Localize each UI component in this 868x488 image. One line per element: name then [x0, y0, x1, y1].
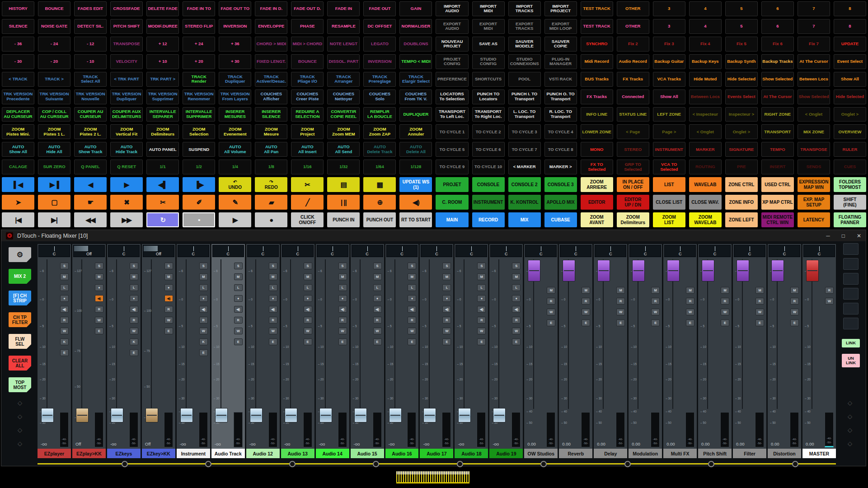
- grid-button-r9-c24[interactable]: RULER: [834, 142, 866, 157]
- pan-control[interactable]: Off: [73, 245, 105, 257]
- edit-button[interactable]: E: [477, 338, 486, 345]
- grid-button-r2-c4[interactable]: PITCH SHIFT: [110, 19, 143, 34]
- grid-button-r8-c8[interactable]: ZOOM Mesure: [255, 124, 287, 139]
- edit-button[interactable]: E: [130, 349, 138, 356]
- grid-button-r8-c13[interactable]: TO CYCLE 1: [436, 124, 468, 139]
- mute-button[interactable]: M: [442, 273, 451, 280]
- grid-button-r9-c11[interactable]: AUTO Delete Track: [363, 142, 396, 157]
- mute-button[interactable]: M: [199, 273, 208, 280]
- grid-button-r7-c14[interactable]: TRANSPORT To Right Loc.: [472, 107, 505, 122]
- grid-button-r6-c16[interactable]: PUNCH O. TO Transport: [544, 89, 577, 104]
- grid-button-r13-c23[interactable]: LATENCY: [798, 212, 830, 227]
- grid-button-r4-c23[interactable]: At The Cursor: [798, 54, 830, 69]
- grid-button-r8-c9[interactable]: ZOOM Project: [291, 124, 324, 139]
- fader-track[interactable]: [151, 259, 152, 409]
- grid-button-r4-c24[interactable]: Event Select: [834, 54, 866, 69]
- gear-icon[interactable]: ⚙: [9, 247, 31, 262]
- write-automation-button[interactable]: W: [164, 317, 173, 324]
- fader-track[interactable]: [672, 259, 673, 409]
- grid-button-r10-c19[interactable]: VCA TO Selected: [653, 160, 685, 174]
- grid-button-r6-c12[interactable]: COUCHES From TK V.: [399, 89, 432, 104]
- mute-button[interactable]: M: [477, 273, 486, 280]
- grid-button-r12-c3[interactable]: ☛: [74, 195, 107, 210]
- fader-handle[interactable]: [180, 408, 193, 422]
- k-button[interactable]: K: [60, 338, 69, 345]
- grid-button-r1-c21[interactable]: 5: [725, 1, 758, 16]
- grid-button-r12-c11[interactable]: ⊕: [363, 195, 396, 210]
- grid-button-r6-c20[interactable]: Between Locs: [689, 89, 722, 104]
- grid-button-r3-c9[interactable]: MIDI > CHORD: [291, 37, 324, 52]
- channel-name-label[interactable]: EZkey>KK: [142, 449, 175, 458]
- grid-button-r5-c1[interactable]: < TRACK: [2, 72, 34, 87]
- grid-button-r7-c18[interactable]: STATUS LINE: [617, 107, 649, 122]
- grid-button-r5-c15[interactable]: POOL: [508, 72, 541, 87]
- pan-control[interactable]: C: [664, 245, 696, 257]
- grid-button-r4-c10[interactable]: DISSOL. PART: [327, 54, 360, 69]
- read-automation-button[interactable]: R: [825, 287, 834, 294]
- grid-button-r10-c16[interactable]: MARKER >: [544, 160, 577, 174]
- mute-button[interactable]: M: [512, 273, 521, 280]
- grid-button-r6-c3[interactable]: TRK VERSION Nouvelle: [74, 89, 107, 104]
- fader-track[interactable]: [498, 259, 499, 409]
- channel-name-label[interactable]: Instrument: [177, 449, 210, 458]
- record-arm-button[interactable]: ●: [234, 295, 243, 302]
- mute-button[interactable]: M: [373, 273, 382, 280]
- grid-button-r12-c22[interactable]: XP MAP CTRL: [761, 195, 794, 210]
- record-arm-button[interactable]: ●: [269, 295, 277, 302]
- blank-slot[interactable]: [843, 318, 859, 329]
- grid-button-r9-c17[interactable]: MONO: [581, 142, 613, 157]
- grid-button-r7-c8[interactable]: INSERER SILENCE: [255, 107, 287, 122]
- grid-button-r4-c17[interactable]: Midi Record: [581, 54, 613, 69]
- read-automation-button[interactable]: R: [547, 298, 555, 305]
- fader-handle[interactable]: [285, 408, 297, 422]
- mute-button[interactable]: M: [234, 273, 243, 280]
- grid-button-r3-c4[interactable]: TRANSPOSE: [110, 37, 143, 52]
- monitor-button[interactable]: ◀): [60, 306, 69, 313]
- grid-button-r8-c15[interactable]: TO CYCLE 3: [508, 124, 541, 139]
- channel-name-label[interactable]: Audio 15: [351, 449, 384, 458]
- grid-button-r12-c5[interactable]: ✂: [146, 195, 179, 210]
- grid-button-r1-c18[interactable]: OTHER: [617, 1, 649, 16]
- grid-button-r12-c16[interactable]: APOLLO MIX: [544, 195, 577, 210]
- grid-button-r9-c13[interactable]: TO CYCLE 5: [436, 142, 468, 157]
- monitor-button[interactable]: ◀): [477, 306, 486, 313]
- write-automation-button[interactable]: W: [338, 328, 347, 334]
- record-arm-button[interactable]: ●: [164, 284, 173, 291]
- grid-button-r9-c15[interactable]: TO CYCLE 7: [508, 142, 541, 157]
- grid-button-r5-c4[interactable]: < TRK PART: [110, 72, 143, 87]
- grid-button-r9-c6[interactable]: SUSPEND: [183, 142, 215, 157]
- grid-button-r4-c3[interactable]: - 10: [74, 54, 107, 69]
- blank-slot[interactable]: [843, 258, 859, 270]
- grid-button-r5-c24[interactable]: Show All: [834, 72, 866, 87]
- grid-button-r3-c20[interactable]: Fix 4: [689, 37, 722, 52]
- grid-button-r9-c22[interactable]: TEMPO: [761, 142, 794, 157]
- grid-button-r11-c6[interactable]: ▐▶: [183, 177, 215, 192]
- grid-button-r4-c20[interactable]: Backup Keys: [689, 54, 722, 69]
- record-arm-button[interactable]: ●: [60, 295, 69, 302]
- channel-name-label[interactable]: Audio Track: [211, 449, 245, 458]
- grid-button-r11-c18[interactable]: IN PLACE ON / OFF: [617, 177, 649, 192]
- grid-button-r13-c1[interactable]: |◀: [2, 212, 34, 227]
- grid-button-r3-c18[interactable]: Fix 2: [617, 37, 649, 52]
- grid-button-r8-c3[interactable]: ZOOM Pistes 2 L.: [74, 124, 107, 139]
- monitor-button[interactable]: ◀): [130, 306, 138, 313]
- listen-button[interactable]: L: [269, 284, 277, 291]
- grid-button-r2-c13[interactable]: EXPORT AUDIO: [436, 19, 468, 34]
- grid-button-r10-c11[interactable]: 1/64: [363, 160, 396, 174]
- grid-button-r11-c2[interactable]: ▶▐: [38, 177, 70, 192]
- fader-handle[interactable]: [667, 260, 680, 282]
- fader-track[interactable]: [568, 259, 569, 409]
- grid-button-r6-c14[interactable]: PUNCH TO Locators: [472, 89, 505, 104]
- mixer-tool-ch-tp-filter[interactable]: CH TP FILTER: [9, 312, 31, 327]
- solo-button[interactable]: S: [199, 263, 208, 269]
- fader-handle[interactable]: [632, 260, 645, 282]
- grid-button-r2-c20[interactable]: 4: [689, 19, 722, 34]
- grid-button-r7-c10[interactable]: CONVERTIR COPIE REEL: [327, 107, 360, 122]
- record-arm-button[interactable]: ●: [130, 295, 138, 302]
- edit-button[interactable]: E: [755, 319, 764, 326]
- grid-button-r13-c4[interactable]: ▶▶: [110, 212, 143, 227]
- channel-name-label[interactable]: MASTER: [802, 449, 836, 458]
- grid-button-r3-c10[interactable]: NOTE LENGT: [327, 37, 360, 52]
- grid-button-r13-c6[interactable]: ▪: [183, 212, 215, 227]
- grid-button-r13-c9[interactable]: CLICK ON/OFF: [291, 212, 324, 227]
